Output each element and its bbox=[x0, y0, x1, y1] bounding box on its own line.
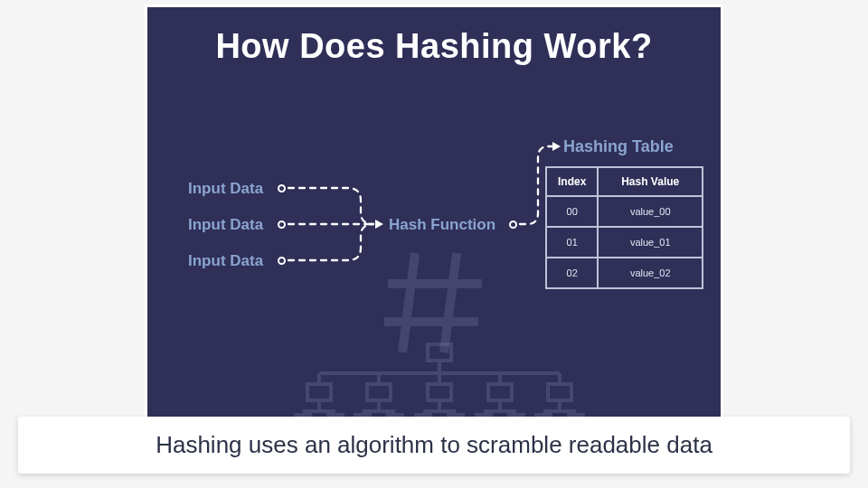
input-data-label-2: Input Data bbox=[188, 216, 263, 234]
connector-node-icon bbox=[278, 221, 286, 229]
connector-node-icon bbox=[509, 221, 517, 229]
connector-node-icon bbox=[278, 184, 286, 192]
svg-rect-8 bbox=[307, 384, 331, 400]
svg-rect-14 bbox=[367, 384, 391, 400]
table-cell-value: value_01 bbox=[598, 227, 703, 258]
hash-function-label: Hash Function bbox=[389, 216, 495, 234]
table-cell-value: value_02 bbox=[598, 258, 703, 288]
input-data-label-3: Input Data bbox=[188, 252, 263, 270]
table-cell-index: 00 bbox=[546, 196, 598, 227]
hashing-table-label: Hashing Table bbox=[563, 137, 674, 156]
caption-bar: Hashing uses an algorithm to scramble re… bbox=[18, 417, 850, 474]
table-cell-index: 02 bbox=[546, 258, 598, 288]
svg-rect-32 bbox=[548, 384, 571, 400]
svg-rect-26 bbox=[488, 384, 512, 400]
connector-node-icon bbox=[278, 257, 286, 265]
svg-line-1 bbox=[444, 253, 457, 352]
table-row: 02 value_02 bbox=[546, 258, 703, 288]
slide-title: How Does Hashing Work? bbox=[147, 27, 721, 66]
svg-rect-20 bbox=[428, 384, 451, 400]
table-cell-value: value_00 bbox=[598, 196, 703, 227]
table-row: 00 value_00 bbox=[546, 196, 703, 227]
stage: How Does Hashing Work? Input Data Input … bbox=[0, 0, 868, 488]
svg-line-0 bbox=[402, 253, 415, 352]
diagram-card: How Does Hashing Work? Input Data Input … bbox=[145, 5, 723, 429]
table-cell-index: 01 bbox=[546, 227, 598, 258]
table-header-value: Hash Value bbox=[598, 167, 703, 196]
svg-rect-4 bbox=[428, 344, 451, 361]
arrowhead-icon bbox=[552, 142, 561, 151]
table-header-index: Index bbox=[546, 167, 598, 196]
arrowhead-icon bbox=[375, 220, 383, 229]
caption-text: Hashing uses an algorithm to scramble re… bbox=[156, 431, 712, 458]
hashing-table: Index Hash Value 00 value_00 01 value_01… bbox=[545, 166, 703, 289]
table-row: 01 value_01 bbox=[546, 227, 703, 258]
input-data-label-1: Input Data bbox=[188, 180, 263, 198]
table-header-row: Index Hash Value bbox=[546, 167, 703, 196]
